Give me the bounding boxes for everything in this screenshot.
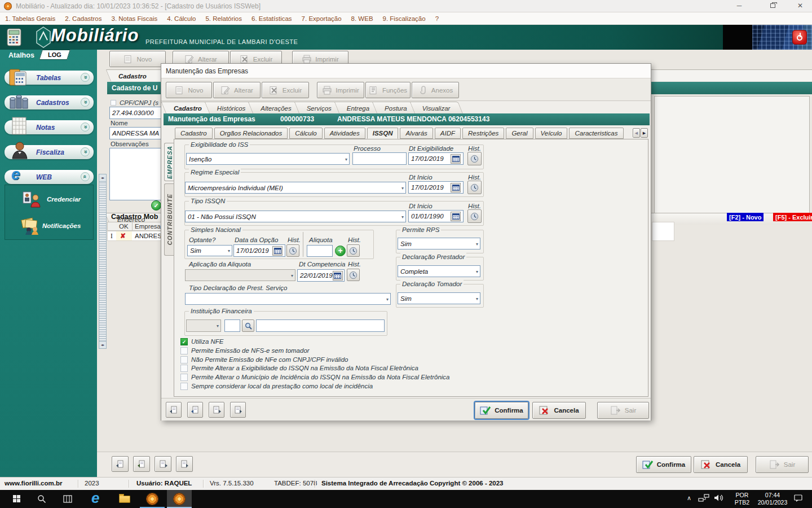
regime-hist-button[interactable] <box>467 181 482 194</box>
dt-competencia-input[interactable]: 22/01/2019 <box>297 269 345 282</box>
aplicacao-aliquota-select[interactable]: ▾ <box>185 269 295 281</box>
tab-restricoes[interactable]: Restrições <box>462 128 504 139</box>
side-tab-contribuinte[interactable]: CONTRIBUINTE <box>164 183 174 256</box>
task-view-button[interactable] <box>56 490 79 508</box>
tray-volume-button[interactable] <box>714 494 727 504</box>
regime-select[interactable]: Microempresário Individual (MEI)▾ <box>185 182 406 194</box>
menu-web[interactable]: 8. WEB <box>351 15 373 22</box>
observacoes-textarea[interactable] <box>109 148 161 200</box>
menu-relatorios[interactable]: 5. Relatórios <box>205 15 242 22</box>
taskbar-explorer-button[interactable] <box>113 490 138 508</box>
optante-select[interactable]: Sim▾ <box>187 245 232 256</box>
chevron-down-icon[interactable]: « <box>81 147 90 156</box>
sidebar-item-fiscaliza[interactable]: Fiscaliza « <box>5 145 94 159</box>
power-button[interactable] <box>792 30 807 45</box>
menu-notas-fiscais[interactable]: 3. Notas Fiscais <box>112 15 158 22</box>
nfe-cnpj-invalido-checkbox[interactable] <box>180 356 188 364</box>
alterar-municipio-checkbox[interactable] <box>180 374 188 381</box>
exigibilidade-select[interactable]: Isenção▾ <box>186 153 350 165</box>
instituicao-select[interactable]: ▾ <box>186 319 221 332</box>
dialog-toolbar-imprimir-button[interactable]: Imprimir <box>317 82 364 98</box>
grid-col-ok[interactable]: OK <box>119 223 129 230</box>
dialog-nav-prev-button[interactable] <box>187 402 203 418</box>
sidebar-item-cadastros[interactable]: Cadastros « <box>5 95 94 110</box>
competencia-hist-button[interactable] <box>347 269 360 281</box>
chevron-up-icon[interactable]: « <box>81 172 90 181</box>
menu-help[interactable]: ? <box>435 15 439 22</box>
menu-estatisticas[interactable]: 6. Estatísticas <box>251 15 292 22</box>
calendar-button[interactable] <box>451 154 461 164</box>
dt-exigibilidade-input[interactable]: 17/01/2019 <box>408 152 464 165</box>
calendar-button[interactable] <box>333 271 343 281</box>
main-confirma-button[interactable]: Confirma <box>636 456 691 473</box>
tabs-scroll-left-button[interactable]: ◀ <box>633 128 640 138</box>
dialog-cancela-button[interactable]: Cancela <box>532 402 586 419</box>
regime-dt-input[interactable]: 17/01/2019 <box>408 181 464 194</box>
local-prestacao-checkbox[interactable] <box>180 383 188 390</box>
tray-language[interactable]: POR PTB2 <box>732 492 752 506</box>
dialog-nav-last-button[interactable] <box>230 402 246 418</box>
cpf-checkbox[interactable] <box>111 100 116 106</box>
utiliza-nfe-checkbox[interactable]: ✓ <box>180 338 188 345</box>
main-nav-next-button[interactable] <box>155 456 171 472</box>
alterar-exigibilidade-checkbox[interactable] <box>180 365 188 372</box>
tab-alvaras[interactable]: Alvarás <box>400 128 433 139</box>
tray-network-button[interactable] <box>698 493 712 505</box>
taskbar-app2-button[interactable] <box>167 490 192 508</box>
data-opcao-input[interactable]: 17/01/2019 <box>233 244 285 257</box>
dialog-titlebar[interactable]: Manutenção das Empresas <box>161 64 651 78</box>
tipo-issqn-dt-input[interactable]: 01/01/1990 <box>408 210 464 222</box>
tipo-declaracao-select[interactable]: ▾ <box>185 293 391 305</box>
start-button[interactable] <box>6 490 28 508</box>
nome-input[interactable]: ANDRESSA MA <box>109 127 161 139</box>
menu-fiscalizacao[interactable]: 9. Fiscalização <box>383 15 426 22</box>
grid-row[interactable]: I ✘ ANDRES <box>107 231 161 241</box>
chevron-down-icon[interactable]: « <box>81 98 90 107</box>
dialog-nav-first-button[interactable] <box>166 402 182 418</box>
sidebar-log-tab[interactable]: LOG <box>39 50 70 60</box>
tab-atividades[interactable]: Atividades <box>324 128 365 139</box>
dialog-toolbar-alterar-button[interactable]: Alterar <box>213 82 261 98</box>
tab-veiculo[interactable]: Veículo <box>535 128 568 139</box>
close-button[interactable]: ✕ <box>788 0 812 12</box>
tipo-issqn-select[interactable]: 01 - Não Possui ISSQN▾ <box>185 211 406 222</box>
main-nav-prev-button[interactable] <box>133 456 150 472</box>
dialog-toolbar-novo-button[interactable]: Novo <box>166 82 212 98</box>
tab-visualizar[interactable]: Visualizar <box>414 102 463 113</box>
dialog-toolbar-funcoes-button[interactable]: Funções <box>365 82 411 98</box>
action-center-button[interactable] <box>794 494 806 503</box>
sidebar-subitem-notificacoes[interactable]: Notificações <box>5 213 93 238</box>
scroll-arrows-top[interactable]: ◂▸ <box>99 174 106 182</box>
dialog-confirma-button[interactable]: Confirma <box>475 402 528 419</box>
dialog-sair-button[interactable]: Sair <box>597 402 649 419</box>
aliquota-input[interactable] <box>307 245 333 257</box>
main-cancela-button[interactable]: Cancela <box>694 456 748 473</box>
menu-calculo[interactable]: 4. Cálculo <box>167 15 196 22</box>
cpf-input[interactable]: 27.494.030/00 <box>109 107 161 119</box>
taskbar-app1-button[interactable] <box>140 490 165 508</box>
instituicao-search-button[interactable] <box>242 319 254 332</box>
main-nav-first-button[interactable] <box>112 456 129 472</box>
menu-exportacao[interactable]: 7. Exportação <box>302 15 342 22</box>
sidebar-subitem-credenciar[interactable]: Credenciar <box>5 189 93 211</box>
menu-cadastros[interactable]: 2. Cadastros <box>65 15 102 22</box>
tipo-issqn-hist-button[interactable] <box>467 209 482 223</box>
data-opcao-hist-button[interactable] <box>286 244 299 257</box>
instituicao-name-input[interactable] <box>256 319 385 332</box>
declaracao-prestador-select[interactable]: Completa▾ <box>398 265 480 277</box>
menu-tabelas-gerais[interactable]: 1. Tabelas Gerais <box>5 15 55 22</box>
tab-aidf[interactable]: AIDF <box>435 128 461 139</box>
declaracao-tomador-select[interactable]: Sim▾ <box>398 292 480 304</box>
tab-cadastro-inner[interactable]: Cadastro <box>175 128 213 139</box>
nfse-sem-tomador-checkbox[interactable] <box>180 347 188 354</box>
calendar-button[interactable] <box>451 212 461 221</box>
calendar-button[interactable] <box>451 183 461 192</box>
tab-orgaos-relacionados[interactable]: Orgãos Relacionados <box>214 128 288 139</box>
main-nav-last-button[interactable] <box>176 456 193 472</box>
aliquota-hist-button[interactable] <box>347 244 360 257</box>
sidebar-item-web[interactable]: e WEB « <box>5 170 94 184</box>
tabs-scroll-right-button[interactable]: ▶ <box>641 128 648 138</box>
tab-geral[interactable]: Geral <box>506 128 533 139</box>
dialog-toolbar-excluir-button[interactable]: Excluir <box>262 82 309 98</box>
tab-issqn[interactable]: ISSQN <box>367 128 399 139</box>
